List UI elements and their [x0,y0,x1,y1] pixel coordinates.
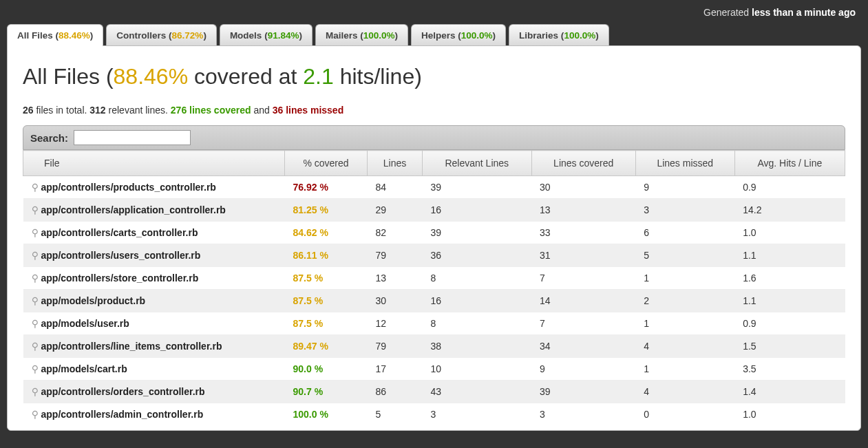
magnifier-icon: ⚲ [32,182,39,193]
tab-helpers[interactable]: Helpers (100.0%) [411,24,506,46]
file-cell[interactable]: ⚲app/models/user.rb [23,312,285,335]
lines-missed: 9 [635,176,734,199]
relevant-lines: 16 [423,199,532,222]
avg-hits: 0.9 [734,176,845,199]
lines: 17 [368,358,423,381]
tab-pct: 100.0% [363,30,395,41]
col-lines-missed[interactable]: Lines missed [635,151,734,176]
table-row[interactable]: ⚲app/controllers/users_controller.rb86.1… [23,244,845,267]
avg-hits: 1.1 [734,290,845,312]
tab-label: All Files ( [17,30,59,41]
tab-label: Helpers ( [421,30,461,41]
lines-covered: 7 [531,267,635,290]
avg-hits: 1.0 [734,403,845,426]
lines-missed: 3 [635,199,734,222]
file-cell[interactable]: ⚲app/models/product.rb [23,290,285,312]
table-row[interactable]: ⚲app/controllers/carts_controller.rb84.6… [23,222,845,244]
lines-covered: 13 [531,199,635,222]
file-cell[interactable]: ⚲app/controllers/orders_controller.rb [23,381,285,403]
file-name: app/controllers/products_controller.rb [41,182,216,193]
pct-covered: 87.5 % [285,267,368,290]
pct-covered: 87.5 % [285,290,368,312]
table-row[interactable]: ⚲app/controllers/products_controller.rb7… [23,176,845,199]
file-cell[interactable]: ⚲app/controllers/carts_controller.rb [23,222,285,244]
file-cell[interactable]: ⚲app/controllers/products_controller.rb [23,176,285,199]
file-cell[interactable]: ⚲app/controllers/admin_controller.rb [23,403,285,426]
col-percent-covered[interactable]: % covered [285,151,368,176]
file-cell[interactable]: ⚲app/controllers/line_items_controller.r… [23,335,285,358]
tab-pct: 88.46% [59,30,90,41]
file-name: app/controllers/carts_controller.rb [41,227,198,238]
summary-lines-covered: 276 lines covered [171,105,251,116]
file-name: app/controllers/application_controller.r… [41,204,226,215]
file-cell[interactable]: ⚲app/controllers/users_controller.rb [23,244,285,267]
tab-libraries[interactable]: Libraries (100.0%) [509,24,609,46]
relevant-lines: 39 [423,222,532,244]
pct-covered: 90.0 % [285,358,368,381]
table-row[interactable]: ⚲app/controllers/application_controller.… [23,199,845,222]
magnifier-icon: ⚲ [32,273,39,284]
lines-covered: 9 [531,358,635,381]
file-name: app/controllers/store_controller.rb [41,273,199,284]
table-row[interactable]: ⚲app/controllers/line_items_controller.r… [23,335,845,358]
tab-pct: 91.84% [268,30,299,41]
summary-line: 26 files in total. 312 relevant lines. 2… [23,105,845,116]
magnifier-icon: ⚲ [32,318,39,329]
avg-hits: 1.1 [734,244,845,267]
tab-all-files[interactable]: All Files (88.46%) [7,24,103,46]
tab-pct: 100.0% [564,30,595,41]
avg-hits: 3.5 [734,358,845,381]
search-input[interactable] [74,130,191,145]
lines-missed: 5 [635,244,734,267]
table-row[interactable]: ⚲app/controllers/store_controller.rb87.5… [23,267,845,290]
tab-models[interactable]: Models (91.84%) [220,24,313,46]
table-row[interactable]: ⚲app/models/cart.rb90.0 %1710913.5 [23,358,845,381]
file-name: app/controllers/users_controller.rb [41,250,201,261]
relevant-lines: 43 [423,381,532,403]
magnifier-icon: ⚲ [32,363,39,374]
tab-label: Libraries ( [519,30,564,41]
lines-covered: 14 [531,290,635,312]
col-file[interactable]: File [23,151,285,176]
pct-covered: 100.0 % [285,403,368,426]
lines-missed: 1 [635,312,734,335]
search-label: Search: [30,132,68,144]
tabs-bar: All Files (88.46%)Controllers (86.72%)Mo… [0,23,868,45]
title-coverage-pct: 88.46% [114,64,189,89]
file-name: app/controllers/admin_controller.rb [41,409,204,420]
avg-hits: 1.0 [734,222,845,244]
file-cell[interactable]: ⚲app/controllers/application_controller.… [23,199,285,222]
lines-missed: 4 [635,381,734,403]
table-row[interactable]: ⚲app/models/user.rb87.5 %128710.9 [23,312,845,335]
lines: 29 [368,199,423,222]
table-row[interactable]: ⚲app/controllers/orders_controller.rb90.… [23,381,845,403]
avg-hits: 0.9 [734,312,845,335]
lines-covered: 39 [531,381,635,403]
magnifier-icon: ⚲ [32,386,39,397]
pct-covered: 76.92 % [285,176,368,199]
col-avg-hits[interactable]: Avg. Hits / Line [734,151,845,176]
col-relevant-lines[interactable]: Relevant Lines [423,151,532,176]
file-name: app/models/cart.rb [41,363,127,374]
tab-pct: 100.0% [461,30,493,41]
pct-covered: 87.5 % [285,312,368,335]
col-lines[interactable]: Lines [368,151,423,176]
file-cell[interactable]: ⚲app/models/cart.rb [23,358,285,381]
relevant-lines: 8 [423,312,532,335]
tab-label: Controllers ( [116,30,171,41]
tab-pct: 86.72% [172,30,204,41]
table-row[interactable]: ⚲app/controllers/admin_controller.rb100.… [23,403,845,426]
title-hits: 2.1 [303,64,333,89]
tab-label: Mailers ( [326,30,363,41]
magnifier-icon: ⚲ [32,204,39,215]
col-lines-covered[interactable]: Lines covered [531,151,635,176]
lines: 79 [368,244,423,267]
table-row[interactable]: ⚲app/models/product.rb87.5 %30161421.1 [23,290,845,312]
lines-covered: 7 [531,312,635,335]
tab-mailers[interactable]: Mailers (100.0%) [315,24,408,46]
lines: 86 [368,381,423,403]
file-cell[interactable]: ⚲app/controllers/store_controller.rb [23,267,285,290]
tab-controllers[interactable]: Controllers (86.72%) [106,24,217,46]
lines-missed: 1 [635,358,734,381]
lines-missed: 6 [635,222,734,244]
